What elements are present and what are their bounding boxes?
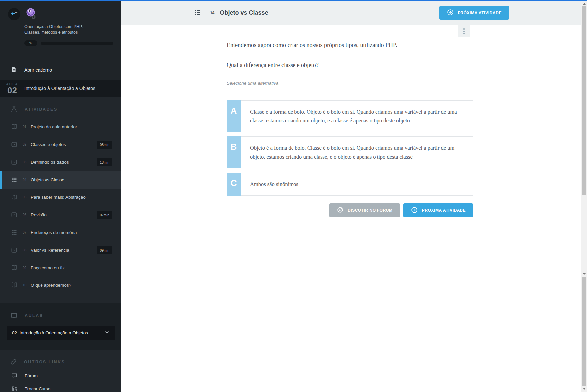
video-icon	[10, 211, 18, 218]
activity-label: Projeto da aula anterior	[31, 124, 77, 129]
activity-number: 10	[23, 283, 28, 287]
activity-number: 02	[23, 143, 28, 146]
collapse-arrow-icon	[11, 10, 18, 18]
kebab-dot	[463, 28, 465, 30]
activity-label: Para saber mais: Abstração	[31, 195, 86, 200]
book-icon	[10, 264, 18, 271]
chevron-down-icon	[104, 329, 110, 337]
video-icon	[10, 159, 18, 166]
sidebar-link[interactable]: Fórum	[0, 372, 121, 379]
sidebar-header: Orientação a Objetos com PHP: Classes, m…	[0, 0, 121, 80]
course-title: Orientação a Objetos com PHP: Classes, m…	[24, 24, 83, 35]
lesson-title: Introdução à Orientação a Objetos	[24, 86, 100, 91]
notebook-icon	[11, 67, 17, 73]
select-alternative-hint: Selecione uma alternativa	[227, 81, 587, 86]
activity-item[interactable]: 09 Faça como eu fiz	[0, 259, 121, 276]
scroll-down-arrow[interactable]	[581, 386, 587, 391]
top-accent-bar	[0, 0, 587, 1]
activity-label: O que aprendemos?	[31, 283, 71, 288]
activity-duration-badge: 13min	[97, 158, 112, 166]
list-icon	[10, 176, 18, 183]
vertical-scrollbar	[581, 0, 587, 392]
activity-label: Valor vs Referência	[31, 248, 69, 253]
activity-number: 06	[23, 213, 28, 217]
progress-bar	[41, 42, 113, 45]
activity-item[interactable]: 10 O que aprendemos?	[0, 276, 121, 294]
alternative-option[interactable]: B Objeto é a forma de bolo. Classe é o b…	[227, 136, 473, 168]
discuss-forum-button[interactable]: DISCUTIR NO FORUM	[329, 203, 400, 217]
activity-number: 04	[210, 10, 215, 15]
activity-header: 04 Objeto vs Classe PRÓXIMA ATIVIDADE	[121, 0, 587, 25]
activity-item[interactable]: 01 Projeto da aula anterior	[0, 118, 121, 136]
lesson-select[interactable]: 02. Introdução à Orientação a Objetos	[7, 326, 115, 340]
scroll-down-arrow[interactable]	[581, 272, 587, 276]
kebab-dot	[463, 31, 465, 32]
activities-section: ATIVIDADES 01 Projeto da aula anterior 0…	[0, 97, 121, 303]
alternative-option[interactable]: A Classe é a forma de bolo. Objeto é o b…	[227, 100, 473, 132]
activity-item[interactable]: 04 Objeto vs Classe	[0, 171, 121, 189]
activity-number: 09	[23, 266, 28, 270]
sidebar-link[interactable]: Trocar Curso	[0, 386, 121, 392]
page-title: Objeto vs Classe	[220, 9, 268, 16]
next-activity-button-bottom[interactable]: PRÓXIMA ATIVIDADE	[403, 203, 473, 217]
alternative-option[interactable]: C Ambos são sinônimos	[227, 173, 473, 196]
chat-icon	[11, 372, 18, 379]
activity-number: 04	[23, 178, 28, 182]
other-links-list: Fórum Trocar Curso	[0, 372, 121, 392]
main-content: 04 Objeto vs Classe PRÓXIMA ATIVIDADE En…	[121, 0, 587, 392]
activity-number: 01	[23, 125, 28, 129]
scrollbar-thumb[interactable]	[582, 277, 586, 386]
activities-list: 01 Projeto da aula anterior 02 Classes e…	[0, 118, 121, 303]
activity-label: Objeto vs Classe	[31, 177, 64, 182]
flask-icon	[10, 106, 18, 113]
grid-icon	[11, 386, 18, 392]
activity-duration-badge: 09min	[97, 246, 112, 254]
activity-item[interactable]: 06 Revisão 07min	[0, 206, 121, 224]
alternatives-list: A Classe é a forma de bolo. Objeto é o b…	[227, 100, 473, 196]
scroll-up-arrow[interactable]	[581, 1, 587, 6]
list-icon	[10, 229, 18, 236]
scrollbar-thumb[interactable]	[582, 6, 586, 195]
activity-item[interactable]: 08 Valor vs Referência 09min	[0, 241, 121, 259]
activity-item[interactable]: 07 Endereços de memória	[0, 224, 121, 241]
open-notebook-button[interactable]: Abrir caderno	[0, 62, 121, 80]
life-buoy-icon	[337, 206, 344, 214]
kebab-dot	[463, 33, 465, 34]
progress-percent-badge: %	[24, 40, 37, 46]
alternative-text: Objeto é a forma de bolo. Classe é o bol…	[241, 136, 473, 168]
next-activity-button-top[interactable]: PRÓXIMA ATIVIDADE	[439, 6, 509, 20]
activity-number: 07	[23, 231, 28, 234]
activity-label: Endereços de memória	[31, 230, 77, 235]
activity-number: 05	[23, 196, 28, 199]
activity-label: Revisão	[31, 212, 47, 217]
sidebar-link-label: Fórum	[25, 373, 38, 378]
video-icon	[10, 141, 18, 148]
activity-item[interactable]: 05 Para saber mais: Abstração	[0, 189, 121, 206]
lessons-section: AULAS 02. Introdução à Orientação a Obje…	[0, 303, 121, 350]
more-options-button[interactable]	[458, 25, 470, 37]
activity-number: 03	[23, 160, 28, 164]
question-paragraph: Entendemos agora como criar os nossos pr…	[227, 41, 473, 49]
sidebar-link-label: Trocar Curso	[25, 386, 50, 391]
open-book-icon	[10, 312, 18, 319]
arrow-right-circle-icon	[411, 206, 418, 215]
book-icon	[10, 194, 18, 201]
course-logo-icon	[24, 7, 39, 22]
current-lesson-banner: AULA 02 Introdução à Orientação a Objeto…	[0, 80, 121, 97]
activity-item[interactable]: 02 Classes e objetos 08min	[0, 136, 121, 153]
other-links-header: OUTROS LINKS	[24, 360, 65, 364]
lesson-number: 02	[0, 86, 24, 95]
course-sidebar: Orientação a Objetos com PHP: Classes, m…	[0, 0, 121, 392]
course-progress: %	[0, 40, 121, 46]
collapse-sidebar-button[interactable]	[8, 8, 20, 20]
video-icon	[10, 247, 18, 254]
quiz-list-icon	[194, 9, 202, 17]
activity-duration-badge: 07min	[97, 211, 112, 219]
alternative-letter: A	[227, 100, 241, 132]
activity-duration-badge: 08min	[97, 141, 112, 149]
activities-header: ATIVIDADES	[25, 107, 58, 112]
lessons-header: AULAS	[25, 313, 43, 318]
chain-link-icon	[9, 358, 17, 366]
book-icon	[10, 123, 18, 130]
activity-item[interactable]: 03 Definindo os dados 13min	[0, 153, 121, 171]
